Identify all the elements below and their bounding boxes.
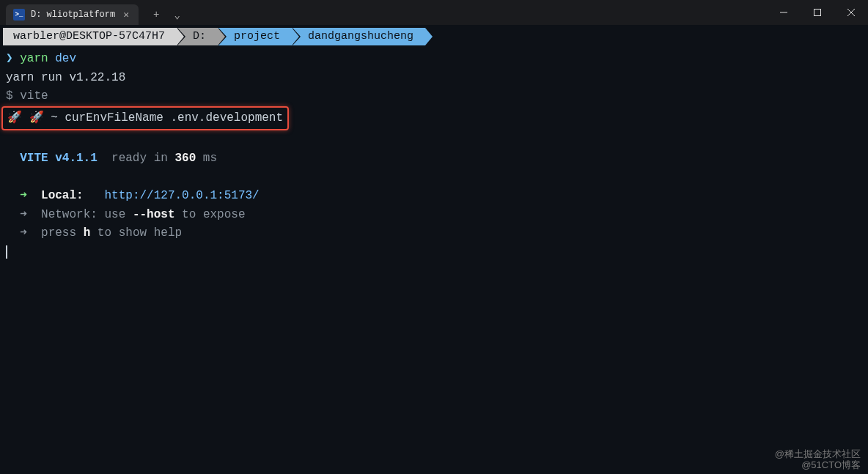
window-controls bbox=[767, 0, 868, 25]
cursor-icon bbox=[6, 245, 7, 259]
watermark-1: @稀土掘金技术社区 bbox=[775, 448, 861, 460]
vite-invocation-line: $ vite bbox=[6, 87, 862, 106]
powershell-icon: >_ bbox=[13, 9, 25, 21]
new-tab-button[interactable]: + bbox=[147, 7, 165, 23]
svg-rect-1 bbox=[814, 10, 821, 16]
tab-actions: + ⌄ bbox=[147, 2, 186, 23]
close-tab-icon[interactable]: ✕ bbox=[121, 9, 131, 21]
cursor-line bbox=[6, 243, 862, 262]
command-line: ❯ yarn dev bbox=[6, 50, 862, 69]
breadcrumb-folder-project: project bbox=[218, 28, 292, 45]
tab-title: D: wliotplatform bbox=[31, 10, 115, 20]
cmd-yarn: yarn bbox=[20, 52, 48, 65]
highlight-box: 🚀 🚀 ~ curEnvFileName .env.development bbox=[1, 106, 289, 131]
breadcrumb-host: warbler@DESKTOP-57C47H7 bbox=[3, 28, 177, 45]
yarn-version-line: yarn run v1.22.18 bbox=[6, 69, 862, 88]
prompt-symbol: ❯ bbox=[6, 52, 13, 65]
maximize-button[interactable] bbox=[801, 0, 834, 25]
titlebar: >_ D: wliotplatform ✕ + ⌄ bbox=[0, 0, 868, 25]
arrow-icon-dim: ➜ bbox=[20, 208, 27, 221]
local-url-line: ➜ Local: http://127.0.0.1:5173/ bbox=[6, 187, 862, 206]
arrow-icon: ➜ bbox=[20, 189, 27, 202]
network-line: ➜ Network: use --host to expose bbox=[6, 206, 862, 225]
arrow-icon-dim-2: ➜ bbox=[20, 226, 27, 240]
vite-version: VITE v4.1.1 bbox=[20, 152, 98, 165]
breadcrumb: warbler@DESKTOP-57C47H7 D: project dandg… bbox=[0, 25, 868, 48]
terminal-output[interactable]: ❯ yarn dev yarn run v1.22.18 $ vite 🚀 🚀 … bbox=[0, 48, 868, 264]
watermark-2: @51CTO博客 bbox=[775, 459, 861, 471]
cmd-dev: dev bbox=[55, 52, 76, 65]
tab-dropdown-icon[interactable]: ⌄ bbox=[168, 7, 185, 23]
terminal-tab[interactable]: >_ D: wliotplatform ✕ bbox=[6, 4, 139, 25]
close-window-button[interactable] bbox=[834, 0, 868, 25]
breadcrumb-folder-current: dandgangshucheng bbox=[292, 28, 425, 45]
blank-line-2 bbox=[6, 169, 862, 188]
vite-ready-line: VITE v4.1.1 ready in 360 ms bbox=[6, 149, 862, 169]
watermarks: @稀土掘金技术社区 @51CTO博客 bbox=[775, 448, 861, 471]
minimize-button[interactable] bbox=[767, 0, 801, 25]
highlighted-env-line: 🚀 🚀 ~ curEnvFileName .env.development bbox=[6, 106, 862, 131]
help-line: ➜ press h to show help bbox=[6, 224, 862, 243]
local-url[interactable]: http://127.0.0.1:5173/ bbox=[104, 189, 259, 202]
blank-line bbox=[6, 130, 862, 149]
